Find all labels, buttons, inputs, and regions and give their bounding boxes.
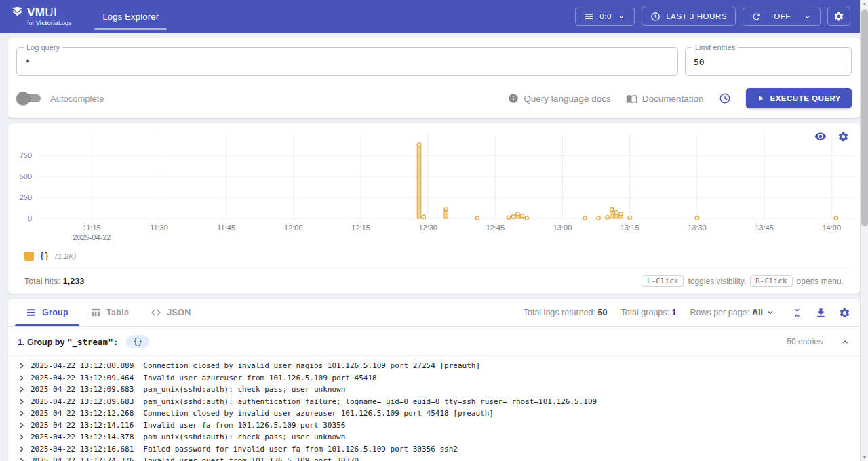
autocomplete-toggle[interactable]: [16, 92, 43, 105]
log-row[interactable]: 2025-04-22 13:12:09.683 pam_unix(sshd:au…: [8, 384, 860, 396]
legend-hints: L-Click toggles visibility. R-Click open…: [642, 275, 844, 287]
svg-text:250: 250: [20, 193, 32, 201]
log-time: 2025-04-22 13:12:09.464: [31, 374, 134, 382]
chart-point-marker: [614, 211, 618, 214]
chevron-right-icon[interactable]: [18, 422, 25, 429]
results-panel: Group Table JSON Total logs returned: 50…: [8, 299, 860, 461]
refresh-icon: [751, 12, 762, 22]
log-message: Invalid user azureuser from 101.126.5.10…: [143, 374, 376, 382]
results-stats: Total logs returned: 50 Total groups: 1 …: [524, 307, 853, 319]
chevron-right-icon[interactable]: [18, 409, 25, 417]
chart-legend: {} (1.2K): [16, 247, 852, 268]
log-time: 2025-04-22 13:12:14.116: [31, 421, 134, 430]
total-hits-value: 1,233: [63, 277, 84, 286]
svg-text:12:15: 12:15: [351, 224, 370, 232]
nav-tab-label: Logs Explorer: [102, 12, 159, 22]
chart-point-marker: [619, 212, 623, 216]
chart-bar: [417, 145, 421, 218]
legend-series-count: (1.2K): [55, 252, 76, 260]
chevron-right-icon[interactable]: [18, 374, 25, 382]
lclick-kbd: L-Click: [642, 275, 684, 287]
tab-json[interactable]: JSON: [140, 299, 201, 326]
tab-group[interactable]: Group: [15, 299, 79, 326]
rows-per-page-select[interactable]: Rows per page: All: [690, 308, 775, 317]
query-language-docs-link[interactable]: Query language docs: [508, 93, 610, 104]
chevron-right-icon[interactable]: [18, 433, 25, 441]
chart-point-marker: [417, 143, 420, 146]
svg-text:11:45: 11:45: [217, 224, 235, 232]
svg-text:13:00: 13:00: [553, 224, 572, 232]
nav-tab-logs-explorer[interactable]: Logs Explorer: [90, 0, 171, 33]
query-history-icon[interactable]: [719, 92, 731, 104]
results-tabs: Group Table JSON Total logs returned: 50…: [8, 299, 860, 327]
chevron-right-icon[interactable]: [18, 457, 25, 461]
chevron-right-icon[interactable]: [18, 386, 25, 393]
svg-text:0: 0: [28, 214, 32, 222]
scroll-down-arrow[interactable]: ▼: [861, 455, 868, 460]
log-query-field: Log query: [16, 47, 678, 76]
svg-text:13:30: 13:30: [688, 224, 707, 232]
chevron-right-icon[interactable]: [18, 398, 25, 405]
stream-chip[interactable]: {}: [126, 335, 149, 348]
chart-point-marker: [520, 214, 524, 218]
entries-count: 50 entries: [787, 337, 823, 346]
legend-swatch[interactable]: [24, 252, 34, 261]
log-message: Connection closed by invalid user nagios…: [143, 361, 480, 370]
chart-panel: 025050075011:152025-04-2211:3011:4512:00…: [8, 123, 860, 294]
log-message: pam_unix(sshd:auth): authentication fail…: [143, 397, 597, 406]
log-message: Connection closed by invalid user azureu…: [143, 409, 494, 418]
download-icon[interactable]: [815, 307, 827, 319]
documentation-link[interactable]: Documentation: [626, 93, 704, 104]
svg-text:14:00: 14:00: [823, 224, 842, 232]
svg-text:500: 500: [20, 172, 32, 180]
log-row[interactable]: 2025-04-22 13:12:14.116 Invalid user fa …: [8, 420, 860, 432]
autorefresh-button[interactable]: OFF: [743, 7, 821, 26]
code-view-icon: [151, 307, 161, 318]
chart-settings-gear-icon[interactable]: [837, 130, 849, 142]
tab-table[interactable]: Table: [79, 299, 140, 326]
chart-point-marker: [422, 215, 425, 218]
log-message: Invalid user guest from 101.126.5.109 po…: [143, 456, 359, 461]
hits-chart[interactable]: 025050075011:152025-04-2211:3011:4512:00…: [16, 130, 860, 244]
rclick-kbd: R-Click: [750, 275, 792, 287]
play-icon: [757, 94, 765, 102]
chevron-up-icon[interactable]: [840, 337, 850, 347]
log-query-input[interactable]: [17, 48, 677, 75]
svg-text:11:15: 11:15: [83, 224, 101, 232]
chevron-right-icon[interactable]: [18, 445, 25, 453]
log-time: 2025-04-22 13:12:14.378: [31, 433, 134, 441]
collapse-all-icon[interactable]: [791, 307, 803, 319]
log-row[interactable]: 2025-04-22 13:12:14.378 pam_unix(sshd:au…: [8, 431, 860, 443]
scrollbar-thumb[interactable]: [861, 9, 868, 226]
log-message: pam_unix(sshd:auth): check pass; user un…: [143, 433, 345, 441]
settings-button[interactable]: [827, 7, 850, 26]
chevron-down-icon: [803, 12, 812, 21]
chevron-down-icon: [766, 308, 775, 317]
log-row[interactable]: 2025-04-22 13:12:09.464 Invalid user azu…: [8, 372, 860, 384]
eye-icon[interactable]: [814, 130, 827, 142]
scroll-up-arrow[interactable]: ▲: [861, 1, 868, 6]
log-message: pam_unix(sshd:auth): check pass; user un…: [143, 385, 345, 394]
chart-point-marker: [511, 215, 515, 218]
vmui-logo[interactable]: VMUI for VictoriaLogs: [11, 6, 71, 26]
log-row[interactable]: 2025-04-22 13:12:16.681 Failed password …: [8, 443, 860, 456]
log-message: Failed password for invalid user fa from…: [143, 445, 458, 454]
chevron-right-icon[interactable]: [18, 362, 25, 369]
log-row[interactable]: 2025-04-22 13:12:09.683 pam_unix(sshd:au…: [8, 396, 860, 408]
log-row[interactable]: 2025-04-22 13:12:24.376 Invalid user gue…: [8, 455, 860, 461]
execute-query-button[interactable]: EXECUTE QUERY: [746, 88, 852, 108]
log-row[interactable]: 2025-04-22 13:12:12.268 Connection close…: [8, 407, 860, 420]
chart-point-marker: [475, 216, 479, 220]
results-settings-gear-icon[interactable]: [839, 307, 850, 319]
log-row[interactable]: 2025-04-22 13:12:00.889 Connection close…: [8, 360, 860, 372]
book-icon: [626, 93, 637, 104]
log-time: 2025-04-22 13:12:16.681: [31, 445, 134, 454]
svg-text:13:45: 13:45: [755, 224, 774, 232]
chevron-down-icon: [617, 12, 626, 21]
total-hits-label: Total hits:: [24, 277, 60, 286]
tenant-selector-button[interactable]: 0:0: [575, 7, 635, 26]
limit-entries-input[interactable]: [686, 48, 851, 75]
vertical-scrollbar[interactable]: ▲ ▼: [860, 0, 868, 461]
group-header: 1. Group by "_stream": {} 50 entries: [8, 327, 860, 356]
time-range-button[interactable]: LAST 3 HOURS: [642, 7, 736, 26]
